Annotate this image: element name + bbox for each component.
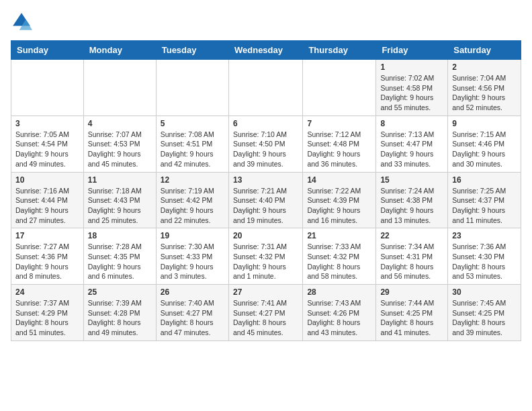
day-info: Sunrise: 7:34 AM Sunset: 4:31 PM Dayligh… — [380, 242, 443, 281]
weekday-header-sunday: Sunday — [11, 41, 84, 60]
day-info: Sunrise: 7:02 AM Sunset: 4:58 PM Dayligh… — [380, 73, 443, 113]
weekday-header-wednesday: Wednesday — [228, 41, 302, 60]
day-info: Sunrise: 7:40 AM Sunset: 4:27 PM Dayligh… — [161, 298, 224, 338]
calendar-cell — [11, 60, 84, 116]
calendar-cell: 15Sunrise: 7:24 AM Sunset: 4:38 PM Dayli… — [376, 172, 448, 228]
weekday-header-friday: Friday — [376, 41, 448, 60]
day-info: Sunrise: 7:24 AM Sunset: 4:38 PM Dayligh… — [380, 186, 443, 226]
calendar-cell: 27Sunrise: 7:41 AM Sunset: 4:27 PM Dayli… — [228, 285, 302, 341]
day-number: 21 — [307, 231, 371, 240]
calendar-cell: 25Sunrise: 7:39 AM Sunset: 4:28 PM Dayli… — [83, 285, 156, 341]
calendar-cell: 17Sunrise: 7:27 AM Sunset: 4:36 PM Dayli… — [11, 228, 84, 285]
day-info: Sunrise: 7:15 AM Sunset: 4:46 PM Dayligh… — [452, 130, 517, 169]
day-info: Sunrise: 7:21 AM Sunset: 4:40 PM Dayligh… — [233, 186, 298, 226]
day-info: Sunrise: 7:27 AM Sunset: 4:36 PM Dayligh… — [15, 242, 79, 281]
day-info: Sunrise: 7:13 AM Sunset: 4:47 PM Dayligh… — [380, 130, 443, 169]
day-info: Sunrise: 7:30 AM Sunset: 4:33 PM Dayligh… — [161, 242, 224, 281]
logo-icon — [11, 11, 32, 32]
calendar-cell: 3Sunrise: 7:05 AM Sunset: 4:54 PM Daylig… — [11, 116, 84, 172]
calendar-week-3: 10Sunrise: 7:16 AM Sunset: 4:44 PM Dayli… — [11, 172, 521, 228]
calendar-cell: 11Sunrise: 7:18 AM Sunset: 4:43 PM Dayli… — [83, 172, 156, 228]
calendar-cell: 13Sunrise: 7:21 AM Sunset: 4:40 PM Dayli… — [228, 172, 302, 228]
header — [11, 11, 521, 32]
calendar-cell — [83, 60, 156, 116]
day-info: Sunrise: 7:25 AM Sunset: 4:37 PM Dayligh… — [452, 186, 517, 226]
day-number: 11 — [88, 175, 152, 185]
calendar-cell: 10Sunrise: 7:16 AM Sunset: 4:44 PM Dayli… — [11, 172, 84, 228]
day-info: Sunrise: 7:08 AM Sunset: 4:51 PM Dayligh… — [161, 130, 224, 169]
logo — [11, 11, 35, 32]
calendar-cell: 9Sunrise: 7:15 AM Sunset: 4:46 PM Daylig… — [448, 116, 521, 172]
calendar-cell — [228, 60, 302, 116]
calendar-cell: 8Sunrise: 7:13 AM Sunset: 4:47 PM Daylig… — [376, 116, 448, 172]
day-info: Sunrise: 7:45 AM Sunset: 4:25 PM Dayligh… — [452, 298, 517, 338]
day-number: 25 — [88, 287, 152, 297]
weekday-header-tuesday: Tuesday — [156, 41, 228, 60]
day-number: 20 — [233, 231, 298, 240]
day-info: Sunrise: 7:37 AM Sunset: 4:29 PM Dayligh… — [15, 298, 79, 338]
day-number: 9 — [452, 119, 517, 128]
calendar-cell: 14Sunrise: 7:22 AM Sunset: 4:39 PM Dayli… — [303, 172, 376, 228]
calendar-cell: 2Sunrise: 7:04 AM Sunset: 4:56 PM Daylig… — [448, 60, 521, 116]
day-number: 6 — [233, 119, 298, 128]
day-number: 17 — [15, 231, 79, 240]
day-info: Sunrise: 7:33 AM Sunset: 4:32 PM Dayligh… — [307, 242, 371, 281]
day-info: Sunrise: 7:16 AM Sunset: 4:44 PM Dayligh… — [15, 186, 79, 226]
calendar-cell: 6Sunrise: 7:10 AM Sunset: 4:50 PM Daylig… — [228, 116, 302, 172]
calendar-cell: 1Sunrise: 7:02 AM Sunset: 4:58 PM Daylig… — [376, 60, 448, 116]
calendar-cell — [303, 60, 376, 116]
day-number: 4 — [88, 119, 152, 128]
day-number: 26 — [161, 287, 224, 297]
day-info: Sunrise: 7:22 AM Sunset: 4:39 PM Dayligh… — [307, 186, 371, 226]
calendar-cell: 22Sunrise: 7:34 AM Sunset: 4:31 PM Dayli… — [376, 228, 448, 285]
calendar-table: SundayMondayTuesdayWednesdayThursdayFrid… — [11, 40, 521, 341]
calendar-week-5: 24Sunrise: 7:37 AM Sunset: 4:29 PM Dayli… — [11, 285, 521, 341]
calendar-cell: 12Sunrise: 7:19 AM Sunset: 4:42 PM Dayli… — [156, 172, 228, 228]
calendar-cell: 18Sunrise: 7:28 AM Sunset: 4:35 PM Dayli… — [83, 228, 156, 285]
calendar-week-4: 17Sunrise: 7:27 AM Sunset: 4:36 PM Dayli… — [11, 228, 521, 285]
day-info: Sunrise: 7:39 AM Sunset: 4:28 PM Dayligh… — [88, 298, 152, 338]
calendar-cell: 20Sunrise: 7:31 AM Sunset: 4:32 PM Dayli… — [228, 228, 302, 285]
calendar-cell: 4Sunrise: 7:07 AM Sunset: 4:53 PM Daylig… — [83, 116, 156, 172]
calendar-cell: 21Sunrise: 7:33 AM Sunset: 4:32 PM Dayli… — [303, 228, 376, 285]
day-number: 3 — [15, 119, 79, 128]
day-number: 23 — [452, 231, 517, 240]
calendar-cell: 23Sunrise: 7:36 AM Sunset: 4:30 PM Dayli… — [448, 228, 521, 285]
weekday-header-saturday: Saturday — [448, 41, 521, 60]
day-number: 1 — [380, 62, 443, 72]
weekday-header-thursday: Thursday — [303, 41, 376, 60]
day-number: 22 — [380, 231, 443, 240]
day-number: 15 — [380, 175, 443, 185]
day-number: 28 — [307, 287, 371, 297]
day-info: Sunrise: 7:44 AM Sunset: 4:25 PM Dayligh… — [380, 298, 443, 338]
weekday-header-monday: Monday — [83, 41, 156, 60]
day-info: Sunrise: 7:31 AM Sunset: 4:32 PM Dayligh… — [233, 242, 298, 281]
day-number: 29 — [380, 287, 443, 297]
day-number: 19 — [161, 231, 224, 240]
day-info: Sunrise: 7:36 AM Sunset: 4:30 PM Dayligh… — [452, 242, 517, 281]
day-number: 7 — [307, 119, 371, 128]
day-number: 10 — [15, 175, 79, 185]
day-number: 2 — [452, 62, 517, 72]
day-info: Sunrise: 7:10 AM Sunset: 4:50 PM Dayligh… — [233, 130, 298, 169]
day-info: Sunrise: 7:05 AM Sunset: 4:54 PM Dayligh… — [15, 130, 79, 169]
day-number: 30 — [452, 287, 517, 297]
calendar-cell: 16Sunrise: 7:25 AM Sunset: 4:37 PM Dayli… — [448, 172, 521, 228]
calendar-cell: 24Sunrise: 7:37 AM Sunset: 4:29 PM Dayli… — [11, 285, 84, 341]
calendar-cell: 7Sunrise: 7:12 AM Sunset: 4:48 PM Daylig… — [303, 116, 376, 172]
day-number: 5 — [161, 119, 224, 128]
day-info: Sunrise: 7:07 AM Sunset: 4:53 PM Dayligh… — [88, 130, 152, 169]
day-info: Sunrise: 7:28 AM Sunset: 4:35 PM Dayligh… — [88, 242, 152, 281]
calendar-cell — [156, 60, 228, 116]
weekday-header-row: SundayMondayTuesdayWednesdayThursdayFrid… — [11, 41, 521, 60]
day-info: Sunrise: 7:19 AM Sunset: 4:42 PM Dayligh… — [161, 186, 224, 226]
day-number: 14 — [307, 175, 371, 185]
day-info: Sunrise: 7:43 AM Sunset: 4:26 PM Dayligh… — [307, 298, 371, 338]
day-info: Sunrise: 7:18 AM Sunset: 4:43 PM Dayligh… — [88, 186, 152, 226]
day-info: Sunrise: 7:12 AM Sunset: 4:48 PM Dayligh… — [307, 130, 371, 169]
day-number: 12 — [161, 175, 224, 185]
calendar-cell: 5Sunrise: 7:08 AM Sunset: 4:51 PM Daylig… — [156, 116, 228, 172]
day-info: Sunrise: 7:41 AM Sunset: 4:27 PM Dayligh… — [233, 298, 298, 338]
day-info: Sunrise: 7:04 AM Sunset: 4:56 PM Dayligh… — [452, 73, 517, 113]
calendar-cell: 28Sunrise: 7:43 AM Sunset: 4:26 PM Dayli… — [303, 285, 376, 341]
